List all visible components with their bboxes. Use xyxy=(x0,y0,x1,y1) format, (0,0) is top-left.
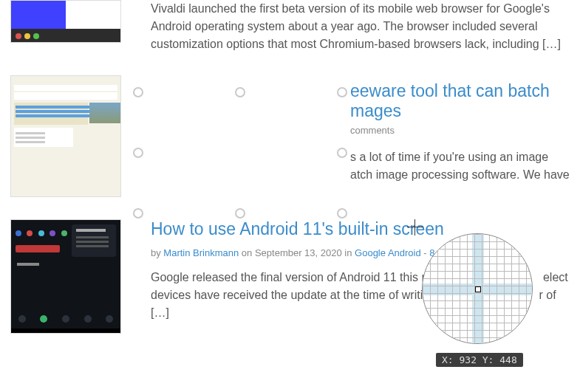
magnifier-center-pixel xyxy=(475,286,481,292)
article-3-author-link[interactable]: Martin Brinkmann xyxy=(163,247,239,258)
article-3-category-link[interactable]: Google Android xyxy=(355,247,421,258)
article-2-excerpt: s a lot of time if you're using an image xyxy=(350,148,548,166)
coordinate-readout: X: 932 Y: 448 xyxy=(436,353,523,367)
article-2-thumbnail[interactable] xyxy=(10,75,121,197)
article-1: Vivaldi launched the first beta version … xyxy=(0,0,580,75)
article-3-title[interactable]: How to use Android 11's built-in screen xyxy=(151,219,570,240)
magnifier-loupe[interactable] xyxy=(422,233,533,344)
article-2-excerpt-l2: atch image processing software. We have xyxy=(350,166,570,184)
article-2-title-line2[interactable]: mages xyxy=(350,101,401,122)
article-2: eeware tool that can batch mages comment… xyxy=(0,75,580,219)
article-1-excerpt: Vivaldi launched the first beta version … xyxy=(151,0,570,53)
article-3-thumbnail[interactable] xyxy=(10,219,121,334)
article-2-meta: comments xyxy=(350,125,395,136)
article-1-thumbnail[interactable] xyxy=(10,0,121,43)
article-3-date: September 13, 2020 xyxy=(255,247,342,258)
crosshair-icon xyxy=(407,219,423,235)
article-2-title[interactable]: eeware tool that can batch xyxy=(350,81,550,102)
